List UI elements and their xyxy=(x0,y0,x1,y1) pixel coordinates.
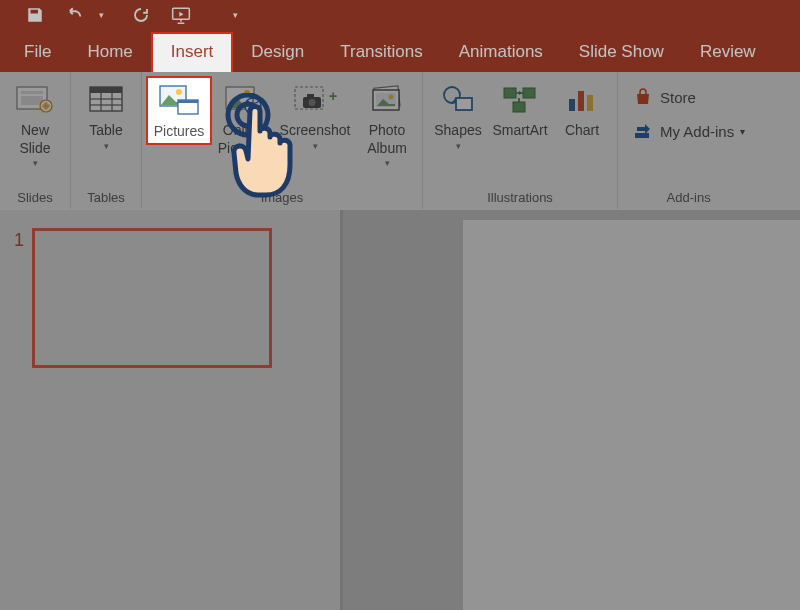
screenshot-label: Screenshot xyxy=(280,122,351,140)
undo-icon xyxy=(66,6,84,24)
pictures-icon xyxy=(158,84,200,118)
ribbon-group-slides: New Slide ▾ Slides xyxy=(0,72,71,209)
shapes-button[interactable]: Shapes ▾ xyxy=(427,76,489,152)
svg-rect-3 xyxy=(21,96,43,105)
svg-point-23 xyxy=(309,99,316,106)
svg-point-28 xyxy=(389,95,394,100)
chevron-down-icon: ▾ xyxy=(313,141,318,152)
svg-rect-22 xyxy=(307,94,314,98)
chevron-down-icon: ▾ xyxy=(740,126,745,137)
qat-customize-dropdown[interactable]: ▾ xyxy=(222,2,248,28)
store-icon xyxy=(632,86,654,108)
new-slide-icon xyxy=(16,84,54,116)
addins-icon xyxy=(632,120,654,142)
tab-animations[interactable]: Animations xyxy=(441,34,561,72)
redo-icon xyxy=(132,6,150,24)
store-label: Store xyxy=(660,89,696,106)
new-slide-label: New Slide xyxy=(19,122,50,157)
photo-album-button[interactable]: Photo Album ▾ xyxy=(356,76,418,169)
svg-rect-35 xyxy=(578,91,584,111)
slideshow-icon xyxy=(171,6,191,24)
group-label-slides: Slides xyxy=(4,188,66,209)
slide-number: 1 xyxy=(14,230,24,251)
screenshot-button[interactable]: + Screenshot ▾ xyxy=(274,76,356,152)
tab-insert[interactable]: Insert xyxy=(151,32,234,72)
new-slide-button[interactable]: New Slide ▾ xyxy=(4,76,66,169)
chart-button[interactable]: Chart xyxy=(551,76,613,140)
svg-rect-37 xyxy=(635,133,649,138)
smartart-icon xyxy=(501,85,539,115)
ribbon-tabs: File Home Insert Design Transitions Anim… xyxy=(0,30,800,72)
tab-slideshow[interactable]: Slide Show xyxy=(561,34,682,72)
shapes-label: Shapes xyxy=(434,122,481,140)
chevron-down-icon: ▾ xyxy=(385,158,390,169)
ribbon-insert: New Slide ▾ Slides Table xyxy=(0,72,800,210)
slide-canvas[interactable] xyxy=(463,220,800,610)
tab-transitions[interactable]: Transitions xyxy=(322,34,441,72)
svg-rect-6 xyxy=(43,105,50,108)
svg-rect-36 xyxy=(587,95,593,111)
online-pictures-button[interactable]: Online Pictures ▾ xyxy=(212,76,274,169)
table-label: Table xyxy=(89,122,122,140)
svg-rect-2 xyxy=(21,91,43,94)
svg-rect-34 xyxy=(569,99,575,111)
workspace: 1 xyxy=(0,210,800,610)
online-pictures-icon xyxy=(223,84,263,116)
store-button[interactable]: Store xyxy=(626,80,751,114)
group-label-images: Images xyxy=(146,188,418,209)
save-icon xyxy=(26,6,44,24)
pictures-button[interactable]: Pictures xyxy=(146,76,212,145)
slide-thumbnail-pane[interactable]: 1 xyxy=(0,210,340,610)
qat-save-button[interactable] xyxy=(22,2,48,28)
svg-rect-32 xyxy=(523,88,535,98)
my-addins-label: My Add-ins xyxy=(660,123,734,140)
photo-album-icon xyxy=(369,85,405,115)
smartart-button[interactable]: SmartArt xyxy=(489,76,551,140)
chart-label: Chart xyxy=(565,122,599,140)
svg-rect-8 xyxy=(90,87,122,93)
tab-file[interactable]: File xyxy=(6,34,69,72)
svg-rect-16 xyxy=(178,100,198,103)
screenshot-icon: + xyxy=(293,85,337,115)
svg-rect-31 xyxy=(504,88,516,98)
tab-design[interactable]: Design xyxy=(233,34,322,72)
ribbon-group-illustrations: Shapes ▾ SmartArt xyxy=(423,72,618,209)
chevron-down-icon: ▾ xyxy=(104,141,109,152)
group-label-illustrations: Illustrations xyxy=(427,188,613,209)
chevron-down-icon: ▾ xyxy=(241,158,246,169)
table-button[interactable]: Table ▾ xyxy=(75,76,137,152)
svg-point-18 xyxy=(244,90,250,96)
svg-rect-30 xyxy=(456,98,472,110)
shapes-icon xyxy=(440,84,476,116)
qat-slideshow-button[interactable] xyxy=(168,2,194,28)
group-label-addins: Add-ins xyxy=(622,188,755,209)
online-pictures-label: Online Pictures xyxy=(218,122,269,157)
slide-editor-pane[interactable] xyxy=(343,210,800,610)
table-icon xyxy=(88,84,124,116)
chevron-down-icon: ▾ xyxy=(456,141,461,152)
chevron-down-icon: ▾ xyxy=(33,158,38,169)
qat-redo-button[interactable] xyxy=(128,2,154,28)
qat-undo-button[interactable] xyxy=(62,2,88,28)
svg-point-14 xyxy=(176,89,182,95)
ribbon-group-images: Pictures Online Pictures ▾ xyxy=(142,72,423,209)
slide-thumbnail-1[interactable] xyxy=(32,228,272,368)
tab-review[interactable]: Review xyxy=(682,34,774,72)
qat-undo-dropdown[interactable]: ▾ xyxy=(88,2,114,28)
my-addins-button[interactable]: My Add-ins ▾ xyxy=(626,114,751,148)
group-label-tables: Tables xyxy=(75,188,137,209)
pictures-label: Pictures xyxy=(154,123,205,141)
ribbon-group-tables: Table ▾ Tables xyxy=(71,72,142,209)
photo-album-label: Photo Album xyxy=(367,122,407,157)
quick-access-toolbar: ▾ ▾ xyxy=(0,0,800,30)
ribbon-group-addins: Store My Add-ins ▾ Add-ins xyxy=(618,72,759,209)
svg-rect-33 xyxy=(513,102,525,112)
svg-text:+: + xyxy=(329,88,337,104)
tab-home[interactable]: Home xyxy=(69,34,150,72)
smartart-label: SmartArt xyxy=(492,122,547,140)
chart-icon xyxy=(565,85,599,115)
